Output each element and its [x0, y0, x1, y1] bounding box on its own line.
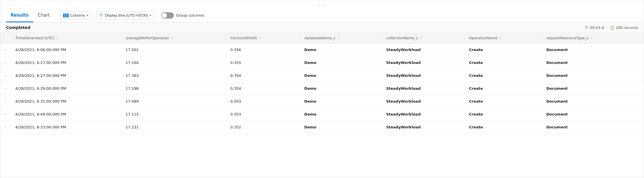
- cell-averageruperoperation: 17.198: [121, 82, 226, 95]
- group-columns-toggle-wrap: Group columns: [161, 12, 204, 19]
- columns-button[interactable]: Columns ▾: [60, 11, 91, 19]
- expand-row-button[interactable]: ›: [3, 47, 8, 52]
- cell-requestresourcetype_s: Document: [542, 43, 644, 56]
- cell-timegenerated: 4/28/2021, 6:06:00.000 PM: [11, 43, 121, 56]
- cell-averageruperoperation: 17.501: [121, 43, 226, 56]
- cell-databasename_s: Demo: [300, 121, 381, 134]
- cell-operationname: Create: [464, 95, 542, 108]
- group-columns-label: Group columns: [176, 13, 204, 17]
- cell-requestresourcetype_s: Document: [542, 95, 644, 108]
- expand-row-button[interactable]: ›: [3, 85, 8, 91]
- cell-timegenerated: 4/28/2021, 6:17:00.000 PM: [11, 56, 121, 69]
- cell-databasename_s: Demo: [300, 82, 381, 95]
- table-row: ›4/28/2021, 6:27:00.000 PM17.3630.354Dem…: [0, 69, 644, 82]
- cell-averageruperoperation: 17.231: [121, 121, 226, 134]
- cell-requestresourcetype_s: Document: [542, 108, 644, 121]
- records-icon: 📋: [610, 26, 614, 30]
- cell-databasename_s: Demo: [300, 56, 381, 69]
- cell-collectionname_s: SteadyWorkload: [381, 43, 464, 56]
- cell-operationname: Create: [464, 69, 542, 82]
- toolbar-group: Columns ▾ ⏱ Display time (UTC+00:00) ▾ G…: [60, 11, 205, 19]
- table-row: ›4/28/2021, 6:17:00.000 PM17.1640.355Dem…: [0, 56, 644, 69]
- table-row: ›4/28/2021, 6:06:00.000 PM17.5010.356Dem…: [0, 43, 644, 56]
- expand-row-button[interactable]: ›: [3, 111, 8, 117]
- cell-fractionof429s: 0.352: [226, 121, 300, 134]
- cell-averageruperoperation: 17.363: [121, 69, 226, 82]
- status-completed: Completed: [6, 25, 30, 30]
- tab-chart[interactable]: Chart: [33, 9, 54, 22]
- cell-operationname: Create: [464, 121, 542, 134]
- cell-timegenerated: 4/28/2021, 6:31:00.000 PM: [11, 95, 121, 108]
- col-header-dbname: databaseName_s ▽: [300, 33, 381, 43]
- cell-operationname: Create: [464, 43, 542, 56]
- cell-collectionname_s: SteadyWorkload: [381, 56, 464, 69]
- status-right: ⏱ 00:03.8 📋 290 records: [585, 26, 638, 30]
- cell-collectionname_s: SteadyWorkload: [381, 108, 464, 121]
- filter-icon-collection[interactable]: ▽: [419, 36, 422, 40]
- tab-bar: Results Chart Columns ▾ ⏱ Display time (…: [0, 9, 644, 22]
- top-dots: ···: [0, 0, 644, 9]
- main-container: ··· Results Chart Columns ▾ ⏱ Dis: [0, 0, 644, 178]
- filter-icon-dbname[interactable]: ▽: [337, 36, 339, 40]
- cell-fractionof429s: 0.355: [226, 56, 300, 69]
- cell-timegenerated: 4/28/2021, 6:33:00.000 PM: [11, 121, 121, 134]
- results-table: TimeGenerated [UTC] ▽ averageRUPerOperat…: [0, 33, 644, 134]
- col-header-operation: OperationName ▽: [464, 33, 542, 43]
- display-time-label: Display time (UTC+00:00): [105, 13, 148, 17]
- toggle-knob: [162, 13, 167, 18]
- cell-averageruperoperation: 17.164: [121, 56, 226, 69]
- cell-timegenerated: 4/28/2021, 6:29:00.000 PM: [11, 82, 121, 95]
- cell-databasename_s: Demo: [300, 95, 381, 108]
- cell-fractionof429s: 0.354: [226, 82, 300, 95]
- group-columns-toggle[interactable]: [161, 12, 174, 19]
- status-bar: Completed ⏱ 00:03.8 📋 290 records: [0, 22, 644, 33]
- clock-icon: ⏱: [99, 13, 103, 18]
- table-row: ›4/28/2021, 6:31:00.000 PM17.0890.353Dem…: [0, 95, 644, 108]
- cell-collectionname_s: SteadyWorkload: [381, 95, 464, 108]
- col-header-timegen: TimeGenerated [UTC] ▽: [11, 33, 121, 43]
- columns-label: Columns: [70, 13, 85, 17]
- cell-requestresourcetype_s: Document: [542, 82, 644, 95]
- columns-icon: [63, 13, 69, 17]
- duration-status: ⏱ 00:03.8: [585, 26, 604, 30]
- cell-databasename_s: Demo: [300, 108, 381, 121]
- table-wrap: TimeGenerated [UTC] ▽ averageRUPerOperat…: [0, 33, 644, 178]
- expand-row-button[interactable]: ›: [3, 73, 8, 78]
- cell-requestresourcetype_s: Document: [542, 56, 644, 69]
- cell-timegenerated: 4/28/2021, 6:27:00.000 PM: [11, 69, 121, 82]
- table-row: ›4/28/2021, 6:33:00.000 PM17.2310.352Dem…: [0, 121, 644, 134]
- filter-icon-operation[interactable]: ▽: [499, 36, 502, 40]
- duration-value: 00:03.8: [590, 26, 604, 30]
- cell-collectionname_s: SteadyWorkload: [381, 69, 464, 82]
- col-header-fraction: fractionOf429s ▽: [226, 33, 300, 43]
- display-time-button[interactable]: ⏱ Display time (UTC+00:00) ▾: [96, 11, 154, 19]
- cell-fractionof429s: 0.353: [226, 108, 300, 121]
- filter-icon-timegen[interactable]: ▽: [56, 36, 58, 40]
- cell-timegenerated: 4/28/2021, 6:49:00.000 PM: [11, 108, 121, 121]
- expand-row-button[interactable]: ›: [3, 60, 8, 65]
- tab-results[interactable]: Results: [6, 9, 33, 22]
- cell-fractionof429s: 0.354: [226, 69, 300, 82]
- records-value: 290 records: [616, 26, 638, 30]
- cell-databasename_s: Demo: [300, 69, 381, 82]
- cell-requestresourcetype_s: Document: [542, 69, 644, 82]
- cell-averageruperoperation: 17.089: [121, 95, 226, 108]
- cell-operationname: Create: [464, 82, 542, 95]
- filter-icon-resourcetype[interactable]: ▽: [590, 36, 593, 40]
- cell-operationname: Create: [464, 56, 542, 69]
- cell-fractionof429s: 0.353: [226, 95, 300, 108]
- cell-averageruperoperation: 17.115: [121, 108, 226, 121]
- cell-collectionname_s: SteadyWorkload: [381, 121, 464, 134]
- cell-requestresourcetype_s: Document: [542, 121, 644, 134]
- filter-icon-avgru[interactable]: ▽: [171, 36, 173, 40]
- cell-operationname: Create: [464, 108, 542, 121]
- col-header-collection: collectionName_s ▽: [381, 33, 464, 43]
- filter-icon-fraction[interactable]: ▽: [259, 36, 261, 40]
- col-header-avgru: averageRUPerOperation ▽: [121, 33, 226, 43]
- expand-row-button[interactable]: ›: [3, 98, 8, 104]
- cell-collectionname_s: SteadyWorkload: [381, 82, 464, 95]
- chevron-down-icon-time: ▾: [150, 14, 151, 17]
- expand-row-button[interactable]: ›: [3, 124, 8, 130]
- table-row: ›4/28/2021, 6:29:00.000 PM17.1980.354Dem…: [0, 82, 644, 95]
- chevron-down-icon: ▾: [87, 14, 88, 17]
